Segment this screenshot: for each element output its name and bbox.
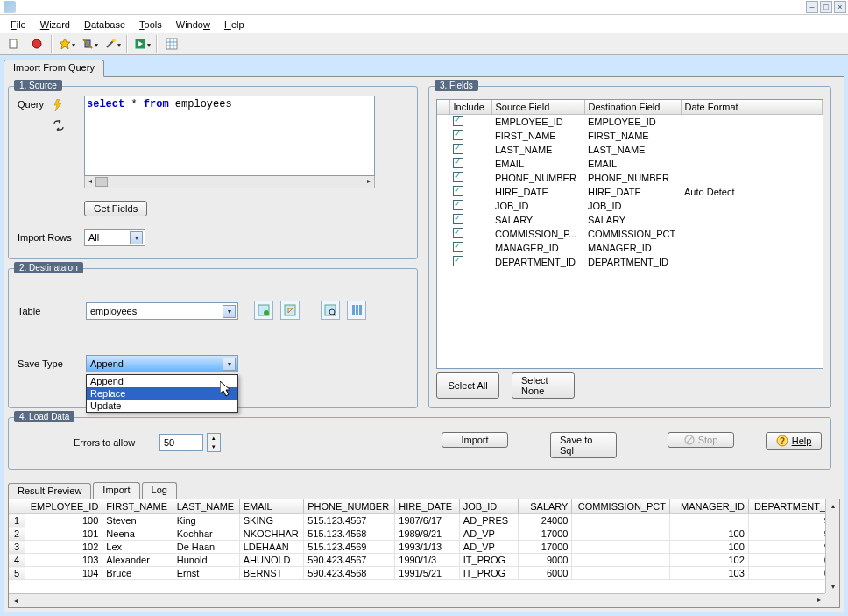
result-cell[interactable]: LDEHAAN [239, 541, 303, 554]
option-replace[interactable]: Replace [87, 387, 237, 400]
result-cell[interactable]: 104 [25, 567, 102, 580]
refresh-icon[interactable] [53, 120, 65, 131]
result-col-header[interactable]: JOB_ID [459, 499, 518, 514]
include-checkbox[interactable] [453, 200, 463, 210]
dest-icon-4[interactable] [347, 301, 366, 320]
include-checkbox[interactable] [453, 158, 463, 168]
tab-import-from-query[interactable]: Import From Query [4, 60, 104, 77]
result-cell[interactable]: Ernst [173, 567, 239, 580]
include-checkbox[interactable] [453, 242, 463, 252]
menu-file[interactable]: File [4, 18, 33, 32]
result-cell[interactable]: 590.423.4567 [304, 554, 395, 567]
tool-star-icon[interactable]: ▾ [58, 35, 75, 53]
fields-grid[interactable]: Include Source Field Destination Field D… [436, 99, 823, 369]
dest-icon-1[interactable] [254, 301, 273, 320]
select-none-button[interactable]: Select None [512, 372, 575, 399]
result-cell[interactable]: IT_PROG [459, 554, 518, 567]
result-cell[interactable]: Kochhar [173, 527, 239, 541]
result-table[interactable]: EMPLOYEE_IDFIRST_NAMELAST_NAMEEMAILPHONE… [9, 499, 839, 580]
get-fields-button[interactable]: Get Fields [84, 201, 147, 216]
include-checkbox[interactable] [453, 228, 463, 238]
col-destination[interactable]: Destination Field [584, 100, 681, 115]
option-append[interactable]: Append [87, 375, 237, 387]
query-textarea[interactable]: select * from employees [84, 96, 375, 176]
tool-red-icon[interactable] [28, 35, 46, 53]
result-row[interactable]: 1100StevenKingSKING515.123.45671987/6/17… [9, 514, 839, 527]
field-row[interactable]: FIRST_NAME FIRST_NAME [437, 129, 823, 143]
include-checkbox[interactable] [453, 186, 463, 196]
field-row[interactable]: COMMISSION_P... COMMISSION_PCT [437, 227, 823, 241]
option-update[interactable]: Update [87, 400, 237, 412]
result-cell[interactable]: Lex [102, 541, 173, 554]
tab-log[interactable]: Log [142, 482, 177, 499]
tool-grid-icon[interactable] [163, 35, 180, 53]
result-col-header[interactable]: FIRST_NAME [102, 499, 173, 514]
result-col-header[interactable]: COMMISSION_PCT [572, 499, 670, 514]
result-cell[interactable]: 17000 [519, 527, 572, 541]
col-source[interactable]: Source Field [491, 100, 584, 115]
result-cell[interactable]: 515.123.4568 [304, 527, 395, 541]
result-cell[interactable]: AHUNOLD [239, 554, 303, 567]
field-row[interactable]: MANAGER_ID MANAGER_ID [437, 241, 823, 255]
save-to-sql-button[interactable]: Save to Sql [550, 432, 617, 458]
menu-database[interactable]: Database [77, 18, 132, 32]
result-cell[interactable]: 102 [670, 554, 749, 567]
field-row[interactable]: JOB_ID JOB_ID [437, 199, 823, 213]
query-hscroll[interactable]: ◂▸ [84, 176, 375, 188]
result-cell[interactable]: 100 [670, 541, 749, 554]
field-row[interactable]: SALARY SALARY [437, 213, 823, 227]
result-cell[interactable]: 1991/5/21 [395, 567, 460, 580]
result-cell[interactable] [572, 554, 670, 567]
include-checkbox[interactable] [453, 116, 463, 126]
result-cell[interactable]: 24000 [519, 514, 572, 527]
col-dateformat[interactable]: Date Format [681, 100, 823, 115]
result-cell[interactable]: Steven [102, 514, 173, 527]
tab-import[interactable]: Import [93, 482, 139, 499]
dest-icon-2[interactable] [280, 301, 300, 320]
result-row[interactable]: 4103AlexanderHunoldAHUNOLD590.423.456719… [9, 554, 839, 567]
include-checkbox[interactable] [453, 144, 463, 154]
include-checkbox[interactable] [453, 172, 463, 182]
errors-input[interactable]: 50 [159, 434, 203, 451]
result-cell[interactable] [572, 514, 670, 527]
table-select[interactable]: employees ▾ [86, 302, 238, 320]
result-hscroll[interactable]: ◂▸ [9, 593, 825, 607]
result-cell[interactable]: 100 [25, 514, 102, 527]
result-cell[interactable]: 103 [25, 554, 102, 567]
result-cell[interactable]: Neena [102, 527, 173, 541]
result-cell[interactable]: 102 [25, 541, 102, 554]
dest-icon-3[interactable] [321, 301, 340, 320]
result-cell[interactable]: 515.123.4569 [304, 541, 395, 554]
menu-help[interactable]: Help [217, 18, 251, 32]
result-cell[interactable]: 515.123.4567 [304, 514, 395, 527]
result-col-header[interactable]: PHONE_NUMBER [304, 499, 395, 514]
result-cell[interactable]: De Haan [173, 541, 239, 554]
tool-new-icon[interactable] [5, 35, 23, 53]
result-cell[interactable]: Hunold [173, 554, 239, 567]
field-row[interactable]: DEPARTMENT_ID DEPARTMENT_ID [437, 255, 823, 269]
import-rows-select[interactable]: All ▾ [84, 229, 145, 246]
result-cell[interactable] [572, 541, 670, 554]
result-col-header[interactable]: EMAIL [239, 499, 303, 514]
result-col-header[interactable]: MANAGER_ID [670, 499, 749, 514]
result-cell[interactable] [670, 514, 749, 527]
result-cell[interactable]: AD_VP [459, 527, 518, 541]
result-cell[interactable]: BERNST [239, 567, 303, 580]
minimize-button[interactable]: – [806, 1, 818, 13]
field-row[interactable]: LAST_NAME LAST_NAME [437, 143, 823, 157]
result-cell[interactable]: 1987/6/17 [395, 514, 460, 527]
lightning-icon[interactable] [53, 99, 63, 111]
field-row[interactable]: PHONE_NUMBER PHONE_NUMBER [437, 171, 823, 185]
result-row[interactable]: 2101NeenaKochharNKOCHHAR515.123.45681989… [9, 527, 839, 541]
import-button[interactable]: Import [442, 432, 508, 448]
result-cell[interactable]: IT_PROG [459, 567, 518, 580]
tool-wizard-icon[interactable]: ▾ [81, 35, 98, 53]
result-cell[interactable]: 101 [25, 527, 102, 541]
save-type-select[interactable]: Append ▾ [86, 355, 238, 372]
result-cell[interactable]: 9000 [519, 554, 572, 567]
tool-run-icon[interactable]: ▾ [133, 35, 151, 53]
row-number-header[interactable] [9, 499, 25, 514]
select-all-button[interactable]: Select All [436, 372, 499, 399]
result-cell[interactable]: 103 [670, 567, 749, 580]
help-button[interactable]: ? Help [766, 432, 822, 450]
